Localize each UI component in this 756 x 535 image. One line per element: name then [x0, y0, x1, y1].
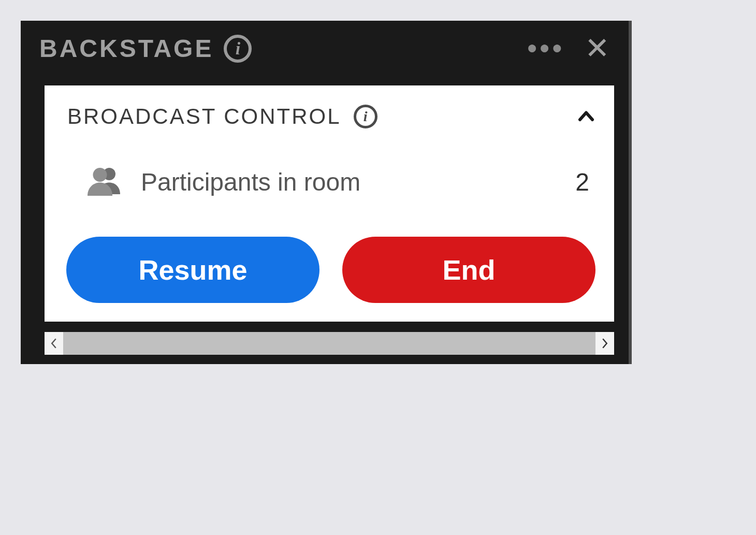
participants-row: Participants in room 2: [86, 163, 595, 200]
scrollbar-track[interactable]: [63, 332, 595, 355]
end-button[interactable]: End: [342, 237, 595, 303]
backstage-panel: BACKSTAGE i ••• ✕ BROADCAST CONTROL i: [21, 21, 632, 364]
more-options-icon[interactable]: •••: [527, 45, 565, 53]
participants-icon: [86, 163, 123, 200]
participants-count: 2: [575, 168, 589, 196]
panel-title: BACKSTAGE: [39, 34, 213, 63]
broadcast-control-card: BROADCAST CONTROL i: [45, 85, 614, 322]
scroll-left-arrow-icon[interactable]: [45, 332, 63, 355]
participants-label: Participants in room: [141, 168, 558, 196]
info-icon[interactable]: i: [224, 35, 252, 63]
collapse-chevron-up-icon[interactable]: [577, 107, 595, 126]
panel-header: BACKSTAGE i ••• ✕: [21, 21, 629, 73]
info-icon[interactable]: i: [354, 105, 377, 128]
card-header: BROADCAST CONTROL i: [67, 104, 595, 129]
close-icon[interactable]: ✕: [585, 39, 610, 57]
card-title: BROADCAST CONTROL: [67, 104, 341, 129]
svg-point-1: [93, 168, 107, 182]
button-row: Resume End: [66, 237, 595, 303]
horizontal-scrollbar[interactable]: [45, 332, 614, 355]
scroll-right-arrow-icon[interactable]: [595, 332, 614, 355]
resume-button[interactable]: Resume: [66, 237, 319, 303]
